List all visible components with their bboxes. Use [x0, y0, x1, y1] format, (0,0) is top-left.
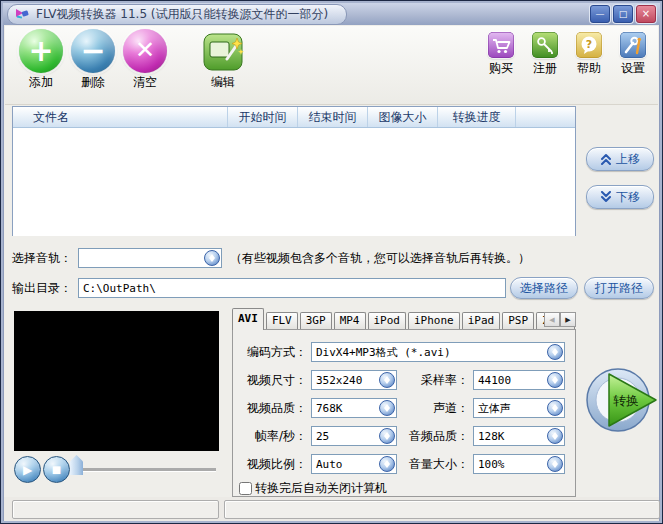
spinner-icon[interactable]	[204, 250, 220, 266]
open-path-button[interactable]: 打开路径	[584, 277, 654, 299]
register-button[interactable]: 注册	[528, 32, 562, 77]
column-progress[interactable]: 转换进度	[438, 107, 516, 127]
tab-ipod[interactable]: iPod	[368, 312, 407, 330]
spinner-icon[interactable]	[379, 456, 395, 472]
play-icon: ▶	[23, 463, 32, 477]
video-preview	[14, 311, 219, 451]
file-list-header: 文件名 开始时间 结束时间 图像大小 转换进度	[13, 107, 575, 128]
spinner-icon[interactable]	[547, 428, 563, 444]
audio-track-note: （有些视频包含多个音轨，您可以选择音轨后再转换。）	[230, 248, 530, 268]
move-down-label: 下移	[616, 189, 640, 206]
double-chevron-down-icon	[600, 191, 612, 203]
aspect-ratio-select[interactable]: Auto	[311, 454, 397, 474]
spinner-icon[interactable]	[547, 456, 563, 472]
convert-button[interactable]: 转换	[584, 361, 662, 439]
status-bar	[4, 497, 659, 521]
help-button-label: 帮助	[577, 60, 601, 77]
encoding-select[interactable]: DivX4+MP3格式 (*.avi)	[311, 342, 565, 362]
choose-path-button[interactable]: 选择路径	[510, 277, 578, 299]
open-path-label: 打开路径	[595, 280, 643, 297]
volume-select[interactable]: 100%	[473, 454, 565, 474]
tab-ipad[interactable]: iPad	[462, 312, 501, 330]
column-image-size[interactable]: 图像大小	[368, 107, 438, 127]
add-icon: +	[19, 29, 63, 73]
tab-iphone[interactable]: iPhone	[408, 312, 460, 330]
video-size-label: 视频尺寸：	[235, 370, 307, 390]
clear-icon: ✕	[123, 29, 167, 73]
close-button[interactable]: ×	[636, 5, 656, 23]
buy-button[interactable]: 购买	[484, 32, 518, 77]
channels-label: 声道：	[401, 398, 469, 418]
spinner-icon[interactable]	[547, 400, 563, 416]
register-key-icon	[532, 32, 558, 58]
video-size-select[interactable]: 352x240	[311, 370, 397, 390]
frame-rate-select[interactable]: 25	[311, 426, 397, 446]
settings-button-label: 设置	[621, 60, 645, 77]
column-end-time[interactable]: 结束时间	[298, 107, 368, 127]
tab-flv[interactable]: FLV	[266, 312, 298, 330]
add-button[interactable]: + 添加	[15, 29, 67, 91]
move-down-button[interactable]: 下移	[586, 185, 654, 209]
delete-button[interactable]: − 删除	[67, 29, 119, 91]
preview-seek-thumb[interactable]	[70, 455, 83, 475]
audio-quality-label: 音频品质：	[401, 426, 469, 446]
buy-cart-icon	[488, 32, 514, 58]
format-tab-control: AVI FLV 3GP MP4 iPod iPhone iPad PSP Zun…	[232, 309, 576, 501]
tab-avi[interactable]: AVI	[232, 308, 264, 330]
app-icon[interactable]	[14, 6, 30, 22]
maximize-button[interactable]: □	[613, 5, 633, 23]
frame-rate-label: 帧率/秒：	[235, 426, 307, 446]
help-icon: ?	[576, 32, 602, 58]
audio-track-select[interactable]	[78, 248, 222, 268]
preview-seek-track[interactable]	[74, 468, 216, 472]
main-content: + 添加 − 删除 ✕ 清空	[4, 25, 659, 520]
format-settings-panel: 编码方式： DivX4+MP3格式 (*.avi) 视频尺寸： 352x240 …	[232, 329, 576, 497]
toolbar: + 添加 − 删除 ✕ 清空	[5, 26, 658, 105]
spinner-icon[interactable]	[379, 400, 395, 416]
help-button[interactable]: ? 帮助	[572, 32, 606, 77]
tab-mp4[interactable]: MP4	[334, 312, 366, 330]
column-start-time[interactable]: 开始时间	[228, 107, 298, 127]
add-button-label: 添加	[29, 74, 53, 91]
audio-track-label: 选择音轨：	[12, 248, 72, 268]
video-quality-select[interactable]: 768K	[311, 398, 397, 418]
spinner-icon[interactable]	[379, 372, 395, 388]
tab-scroll-right-icon[interactable]: ▶	[560, 312, 576, 327]
window-title: FLV视频转换器 11.5 (试用版只能转换源文件的一部分)	[36, 6, 328, 23]
settings-button[interactable]: 设置	[616, 32, 650, 77]
file-list-body[interactable]	[13, 128, 575, 236]
buy-button-label: 购买	[489, 60, 513, 77]
remove-icon: −	[71, 29, 115, 73]
shutdown-checkbox-label: 转换完后自动关闭计算机	[255, 480, 387, 497]
minimize-button[interactable]: —	[590, 5, 610, 23]
column-filename[interactable]: 文件名	[13, 107, 228, 127]
file-list: 文件名 开始时间 结束时间 图像大小 转换进度	[12, 106, 576, 236]
sample-rate-label: 采样率：	[401, 370, 469, 390]
output-dir-label: 输出目录：	[12, 278, 72, 298]
tab-psp[interactable]: PSP	[502, 312, 534, 330]
aspect-ratio-label: 视频比例：	[235, 454, 307, 474]
status-panel-right	[224, 500, 660, 519]
audio-quality-select[interactable]: 128K	[473, 426, 565, 446]
edit-button[interactable]: 编辑	[197, 29, 249, 91]
titlebar[interactable]: FLV视频转换器 11.5 (试用版只能转换源文件的一部分) — □ ×	[3, 3, 660, 25]
app-window: FLV视频转换器 11.5 (试用版只能转换源文件的一部分) — □ × + 添…	[0, 0, 663, 524]
sample-rate-select[interactable]: 44100	[473, 370, 565, 390]
preview-stop-button[interactable]: ■	[43, 456, 70, 483]
double-chevron-up-icon	[600, 153, 612, 165]
spinner-icon[interactable]	[547, 344, 563, 360]
clear-button[interactable]: ✕ 清空	[119, 29, 171, 91]
move-up-button[interactable]: 上移	[586, 147, 654, 171]
title-capsule: FLV视频转换器 11.5 (试用版只能转换源文件的一部分)	[7, 4, 347, 25]
spinner-icon[interactable]	[547, 372, 563, 388]
shutdown-checkbox[interactable]	[239, 482, 252, 495]
channels-select[interactable]: 立体声	[473, 398, 565, 418]
output-path-input[interactable]	[78, 278, 506, 298]
convert-button-label: 转换	[613, 393, 639, 408]
tab-scroll-left-icon[interactable]: ◀	[544, 312, 560, 327]
spinner-icon[interactable]	[379, 428, 395, 444]
preview-play-button[interactable]: ▶	[14, 456, 41, 483]
tab-3gp[interactable]: 3GP	[300, 312, 332, 330]
edit-icon	[201, 29, 245, 73]
settings-tools-icon	[620, 32, 646, 58]
